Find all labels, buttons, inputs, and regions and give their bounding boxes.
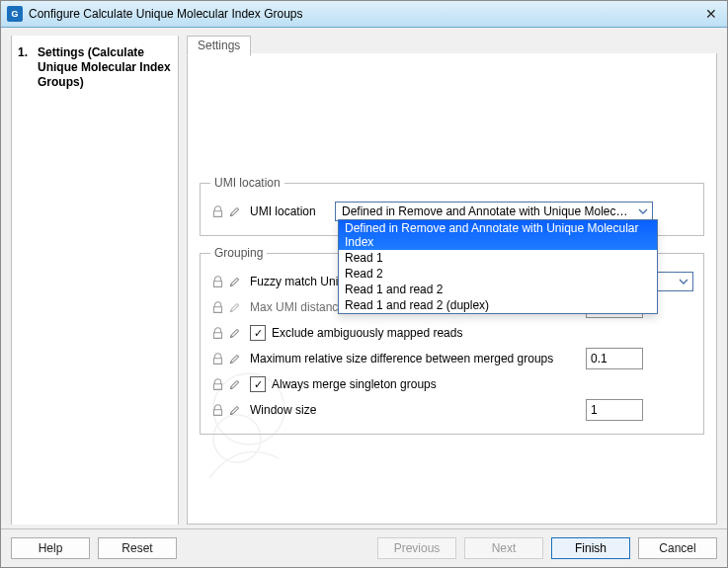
edit-icon[interactable] — [227, 326, 241, 340]
merge-singleton-label: Always merge singleton groups — [272, 377, 437, 391]
umi-option-2[interactable]: Read 2 — [339, 266, 657, 282]
step-title: Settings (Calculate Unique Molecular Ind… — [38, 45, 172, 90]
step-number: 1. — [18, 45, 32, 90]
dialog-window: G Configure Calculate Unique Molecular I… — [0, 0, 728, 568]
next-button: Next — [464, 537, 543, 559]
merge-singleton-checkbox[interactable] — [250, 376, 266, 392]
content-area: 1. Settings (Calculate Unique Molecular … — [1, 28, 727, 528]
grouping-legend: Grouping — [210, 246, 267, 260]
umi-location-select[interactable]: Defined in Remove and Annotate with Uniq… — [335, 202, 653, 221]
lock-icon[interactable] — [210, 403, 224, 417]
umi-legend: UMI location — [210, 176, 284, 190]
wizard-sidebar: 1. Settings (Calculate Unique Molecular … — [11, 36, 179, 525]
window-size-label: Window size — [250, 403, 586, 417]
chevron-down-icon — [678, 275, 689, 291]
lock-icon — [210, 300, 224, 314]
umi-option-0[interactable]: Defined in Remove and Annotate with Uniq… — [339, 220, 657, 250]
app-icon: G — [7, 6, 23, 22]
umi-location-dropdown[interactable]: Defined in Remove and Annotate with Uniq… — [338, 219, 658, 314]
lock-icon[interactable] — [210, 204, 224, 218]
edit-icon[interactable] — [227, 403, 241, 417]
edit-icon[interactable] — [227, 204, 241, 218]
lock-icon[interactable] — [210, 275, 224, 288]
window-size-input[interactable] — [586, 399, 643, 421]
lock-icon[interactable] — [210, 326, 224, 340]
edit-icon — [227, 300, 241, 314]
settings-panel: UMI location UMI location — [188, 53, 716, 524]
window-title: Configure Calculate Unique Molecular Ind… — [29, 7, 302, 21]
exclude-ambiguous-label: Exclude ambiguously mapped reads — [272, 326, 462, 340]
umi-option-1[interactable]: Read 1 — [339, 250, 657, 266]
finish-button[interactable]: Finish — [551, 537, 630, 559]
edit-icon[interactable] — [227, 275, 241, 288]
lock-icon[interactable] — [210, 377, 224, 391]
fuzzy-match-label: Fuzzy match Uni — [250, 275, 345, 288]
edit-icon[interactable] — [227, 377, 241, 391]
lock-icon[interactable] — [210, 352, 224, 365]
help-button[interactable]: Help — [11, 537, 90, 559]
fieldset-umi-location: UMI location UMI location — [200, 176, 704, 236]
reset-button[interactable]: Reset — [98, 537, 177, 559]
max-relative-size-input[interactable] — [586, 348, 643, 369]
umi-option-4[interactable]: Read 1 and read 2 (duplex) — [339, 297, 657, 313]
max-relative-size-label: Maximum relative size difference between… — [250, 352, 586, 365]
close-icon[interactable]: ✕ — [701, 6, 721, 22]
exclude-ambiguous-checkbox[interactable] — [250, 325, 266, 341]
previous-button: Previous — [377, 537, 456, 559]
titlebar[interactable]: G Configure Calculate Unique Molecular I… — [1, 1, 727, 28]
umi-location-label: UMI location — [250, 204, 335, 218]
footer-buttons: Help Reset Previous Next Finish Cancel — [1, 528, 727, 567]
cancel-button[interactable]: Cancel — [638, 537, 717, 559]
umi-location-selected: Defined in Remove and Annotate with Uniq… — [342, 204, 634, 218]
main-panel: Settings UMI location — [187, 53, 717, 525]
wizard-step-1[interactable]: 1. Settings (Calculate Unique Molecular … — [18, 45, 172, 90]
edit-icon[interactable] — [227, 352, 241, 365]
umi-option-3[interactable]: Read 1 and read 2 — [339, 282, 657, 297]
